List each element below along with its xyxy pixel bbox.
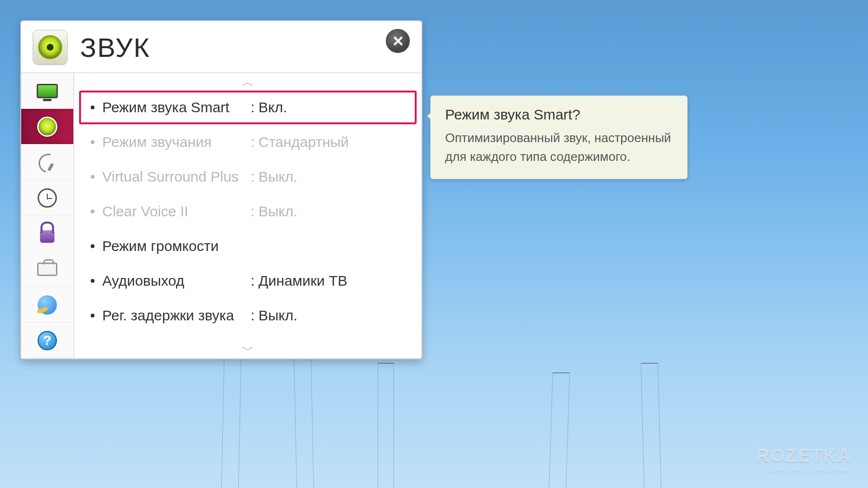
option-value: Динамики ТВ	[258, 273, 405, 289]
sidebar-item-lock[interactable]	[21, 216, 73, 251]
option-sound-mode: Режим звучания : Стандартный	[79, 125, 417, 159]
option-label: Virtual Surround Plus	[102, 169, 247, 185]
option-label: Рег. задержки звука	[102, 307, 247, 324]
bullet-icon	[91, 175, 95, 179]
options-panel: ︿ Режим звука Smart : Вкл. Режим звучани…	[74, 73, 421, 358]
close-button[interactable]: ✕	[386, 29, 410, 53]
option-volume-mode[interactable]: Режим громкости	[79, 229, 417, 263]
sidebar-item-picture[interactable]	[21, 73, 73, 109]
help-icon: ?	[36, 329, 59, 352]
option-label: Clear Voice II	[102, 203, 247, 220]
globe-icon	[36, 293, 59, 317]
option-sound-delay[interactable]: Рег. задержки звука : Выкл.	[79, 299, 417, 332]
sidebar-item-support[interactable]: ?	[21, 323, 73, 358]
option-value: Выкл.	[258, 203, 405, 220]
sidebar-item-channel[interactable]	[21, 145, 73, 180]
sidebar-item-network[interactable]	[21, 287, 73, 323]
clock-icon	[36, 186, 59, 210]
sidebar-item-sound[interactable]	[21, 109, 73, 145]
scroll-up-button[interactable]: ︿	[79, 73, 417, 91]
dialog-header: ЗВУК ✕	[21, 21, 421, 72]
speaker-icon	[36, 115, 59, 138]
option-virtual-surround: Virtual Surround Plus : Выкл.	[79, 160, 417, 194]
category-sidebar: ?	[21, 73, 74, 358]
help-tooltip: Режим звука Smart? Оптимизированный звук…	[430, 95, 688, 179]
sound-category-icon	[33, 30, 68, 65]
bullet-icon	[91, 279, 95, 283]
satellite-icon	[36, 151, 59, 174]
tooltip-title: Режим звука Smart?	[445, 106, 673, 123]
option-value: Выкл.	[258, 169, 405, 185]
sidebar-item-time[interactable]	[21, 180, 73, 216]
option-clear-voice: Clear Voice II : Выкл.	[79, 195, 417, 228]
option-label: Режим звучания	[102, 134, 247, 150]
bullet-icon	[91, 244, 95, 248]
sidebar-item-option[interactable]	[21, 251, 73, 287]
sound-settings-dialog: ЗВУК ✕ ? ︿ Режим звука Smart : Вкл.	[20, 20, 422, 359]
bullet-icon	[91, 140, 95, 144]
option-value: Стандартный	[258, 134, 405, 150]
option-label: Аудиовыход	[102, 273, 247, 289]
toolbox-icon	[36, 258, 59, 281]
watermark: ROZETKA интернет супермаркет	[756, 446, 852, 475]
option-smart-sound-mode[interactable]: Режим звука Smart : Вкл.	[79, 91, 417, 124]
scroll-down-button[interactable]: ﹀	[79, 341, 417, 358]
tooltip-body: Оптимизированный звук, настроенный для к…	[445, 129, 673, 166]
bullet-icon	[91, 210, 95, 213]
watermark-tagline: интернет супермаркет	[756, 466, 852, 475]
bullet-icon	[91, 106, 95, 109]
option-audio-output[interactable]: Аудиовыход : Динамики ТВ	[79, 264, 417, 298]
bullet-icon	[91, 314, 95, 317]
option-label: Режим громкости	[102, 238, 247, 254]
option-value: Выкл.	[258, 307, 405, 324]
monitor-icon	[36, 79, 59, 103]
option-value: Вкл.	[258, 99, 405, 116]
lock-icon	[36, 222, 59, 245]
option-label: Режим звука Smart	[102, 99, 247, 116]
dialog-title: ЗВУК	[80, 32, 150, 63]
options-list: Режим звука Smart : Вкл. Режим звучания …	[79, 91, 417, 341]
watermark-brand: ROZETKA	[756, 446, 852, 466]
